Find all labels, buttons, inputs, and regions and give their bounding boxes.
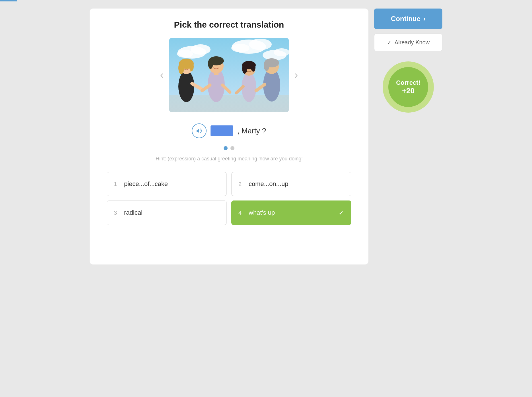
svg-point-27 <box>251 63 255 72</box>
sentence-row: , Marty ? <box>192 123 266 138</box>
answer-2-text: come...on...up <box>249 180 288 188</box>
scene-illustration <box>169 38 289 112</box>
continue-label: Continue <box>391 15 420 23</box>
progress-bar <box>0 0 17 1</box>
answer-3[interactable]: 3 radical <box>107 200 227 225</box>
page-wrapper: Pick the correct translation ‹ <box>0 0 532 397</box>
speaker-button[interactable] <box>192 123 207 138</box>
answer-4[interactable]: 4 what's up ✓ <box>231 200 351 225</box>
answer-3-num: 3 <box>114 210 119 216</box>
svg-point-6 <box>231 44 249 52</box>
sidebar: Continue › ✓ Already Know Correct! +20 <box>374 9 442 113</box>
answer-2-num: 2 <box>238 181 244 187</box>
answer-3-text: radical <box>124 209 143 216</box>
answer-4-num: 4 <box>238 210 244 216</box>
prev-arrow[interactable]: ‹ <box>154 66 169 84</box>
correct-points: +20 <box>402 86 415 95</box>
svg-point-10 <box>178 71 194 102</box>
answer-1[interactable]: 1 piece...of...cake <box>107 172 227 196</box>
svg-point-32 <box>264 61 269 71</box>
dot-1[interactable] <box>224 146 228 150</box>
answer-1-num: 1 <box>114 181 119 187</box>
already-know-button[interactable]: ✓ Already Know <box>374 34 442 51</box>
question-title: Pick the correct translation <box>174 20 284 30</box>
svg-point-20 <box>208 59 213 69</box>
correct-label: Correct! <box>396 79 420 86</box>
continue-arrow: › <box>423 15 426 23</box>
badge-inner: Correct! +20 <box>388 67 428 107</box>
svg-point-26 <box>242 63 247 74</box>
svg-point-5 <box>249 39 272 50</box>
svg-point-14 <box>189 62 194 71</box>
scene-image <box>169 38 289 112</box>
dot-2[interactable] <box>230 146 234 150</box>
dots-row <box>224 146 234 150</box>
hint-text: Hint: (expression) a casual greeting mea… <box>156 156 302 162</box>
answer-4-text: what's up <box>249 209 275 216</box>
image-container: ‹ <box>107 38 351 112</box>
already-know-check-icon: ✓ <box>387 39 392 46</box>
already-know-label: Already Know <box>395 39 430 46</box>
continue-button[interactable]: Continue › <box>374 9 442 29</box>
next-arrow[interactable]: › <box>289 66 304 84</box>
svg-point-13 <box>178 62 184 74</box>
svg-point-3 <box>177 50 193 58</box>
correct-badge: Correct! +20 <box>383 61 434 113</box>
speaker-icon <box>196 127 203 134</box>
sentence-after: , Marty ? <box>237 127 266 135</box>
correct-checkmark: ✓ <box>339 209 344 217</box>
main-card: Pick the correct translation ‹ <box>90 9 368 264</box>
svg-point-2 <box>191 44 211 55</box>
blank-word <box>211 125 233 136</box>
badge-outer: Correct! +20 <box>383 61 434 113</box>
answer-1-text: piece...of...cake <box>124 180 168 188</box>
answer-2[interactable]: 2 come...on...up <box>231 172 351 196</box>
answers-grid: 1 piece...of...cake 2 come...on...up 3 r… <box>107 172 351 225</box>
